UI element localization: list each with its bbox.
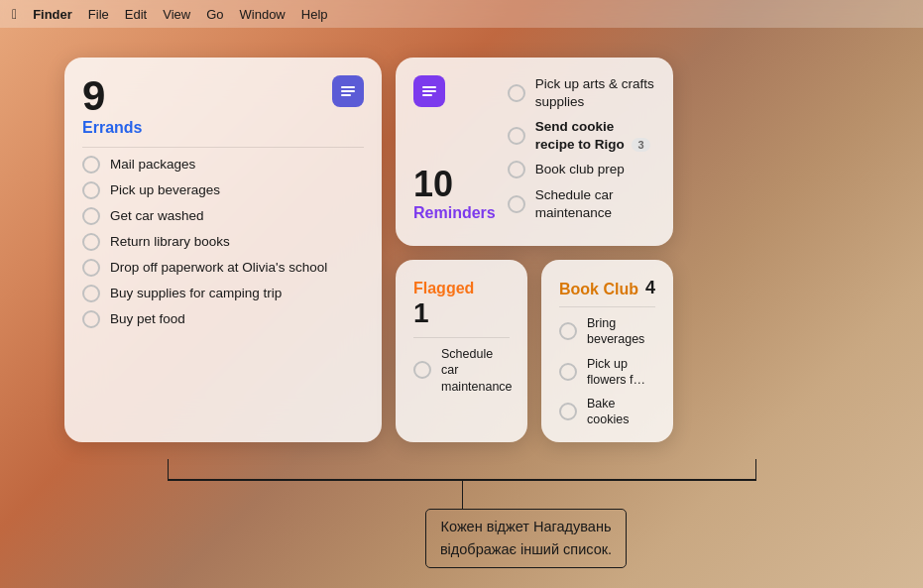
task-text: Book club prep (535, 161, 625, 178)
task-circle[interactable] (413, 361, 431, 379)
reminders-layout: 10 Reminders Pick up arts & crafts suppl… (413, 75, 655, 222)
annotation-pointer-line (462, 481, 464, 509)
annotation-callout: Кожен віджет Нагадувань відображає інший… (425, 509, 627, 568)
task-circle[interactable] (559, 403, 577, 420)
widgets-area: 9 Errands Mail packages Pick up beverage… (0, 28, 923, 442)
task-item: Bring beverages (559, 315, 655, 348)
reminders-left: 10 Reminders (413, 75, 496, 222)
bottom-widgets: Flagged 1 Schedule car maintenance (396, 260, 673, 442)
task-item: Schedule car maintenance (508, 186, 655, 221)
task-text: Bake cookies (587, 396, 655, 428)
task-text: Pick up flowers f… (587, 356, 655, 389)
flagged-header: Flagged 1 (413, 280, 510, 329)
bracket-right-vertical (755, 459, 757, 481)
menubar:  Finder File Edit View Go Window Help (0, 0, 923, 28)
task-circle[interactable] (508, 195, 525, 213)
bookclub-count: 4 (645, 278, 655, 298)
apple-menu-icon[interactable]:  (12, 6, 17, 22)
svg-rect-3 (422, 86, 436, 88)
flagged-task-list: Schedule car maintenance (413, 346, 510, 395)
task-item: Pick up beverages (82, 181, 364, 199)
reminders-list-icon (413, 75, 445, 107)
task-item: Buy supplies for camping trip (82, 285, 364, 302)
task-circle[interactable] (508, 127, 525, 145)
task-circle[interactable] (82, 156, 100, 174)
task-text: Buy supplies for camping trip (110, 285, 282, 302)
menubar-go[interactable]: Go (206, 7, 223, 22)
task-text: Send cookie recipe to Rigo 3 (535, 118, 655, 153)
annotation-line2: відображає інший список. (440, 541, 612, 557)
svg-rect-4 (422, 90, 436, 92)
task-text: Drop off paperwork at Olivia's school (110, 259, 327, 277)
task-circle[interactable] (559, 322, 577, 340)
task-item: Send cookie recipe to Rigo 3 (508, 118, 655, 153)
task-text: Schedule car maintenance (441, 346, 513, 395)
right-column: 10 Reminders Pick up arts & crafts suppl… (396, 58, 673, 442)
menubar-help[interactable]: Help (301, 7, 328, 22)
svg-rect-1 (341, 90, 355, 92)
bookclub-widget[interactable]: Book Club 4 Bring beverages Pick up flow… (541, 260, 673, 442)
svg-rect-5 (422, 94, 432, 96)
reminders-task-list: Pick up arts & crafts supplies Send cook… (508, 75, 655, 221)
errands-task-list: Mail packages Pick up beverages Get car … (82, 156, 364, 328)
errands-title: Errands (82, 119, 142, 137)
task-item: Pick up arts & crafts supplies (508, 75, 655, 110)
task-item: Pick up flowers f… (559, 356, 655, 389)
task-circle[interactable] (82, 181, 100, 199)
task-item: Drop off paperwork at Olivia's school (82, 259, 364, 277)
errands-count: 9 (82, 75, 142, 117)
bookclub-title: Book Club (559, 281, 638, 298)
task-circle[interactable] (559, 363, 577, 381)
annotation-pointer-wrapper (100, 481, 824, 509)
bookclub-task-list: Bring beverages Pick up flowers f… Bake … (559, 315, 655, 428)
reminders-count: 10 (413, 167, 496, 202)
menubar-edit[interactable]: Edit (125, 7, 147, 22)
task-text: Pick up beverages (110, 181, 220, 199)
task-text: Buy pet food (110, 310, 185, 328)
task-text: Schedule car maintenance (535, 186, 655, 221)
errands-widget[interactable]: 9 Errands Mail packages Pick up beverage… (64, 58, 382, 442)
flagged-widget[interactable]: Flagged 1 Schedule car maintenance (396, 260, 527, 442)
task-text: Get car washed (110, 207, 204, 225)
task-item: Return library books (82, 233, 364, 251)
task-circle[interactable] (82, 207, 100, 225)
task-text: Mail packages (110, 156, 195, 174)
task-text: Pick up arts & crafts supplies (535, 75, 655, 110)
task-item: Bake cookies (559, 396, 655, 428)
flagged-divider (413, 337, 510, 338)
reminders-widget[interactable]: 10 Reminders Pick up arts & crafts suppl… (396, 58, 673, 246)
task-item: Mail packages (82, 156, 364, 174)
task-text: Return library books (110, 233, 230, 251)
task-circle[interactable] (82, 310, 100, 328)
task-item: Book club prep (508, 161, 655, 178)
task-text: Bring beverages (587, 315, 655, 348)
bookclub-divider (559, 306, 655, 307)
flagged-count: 1 (413, 297, 429, 329)
task-circle[interactable] (82, 285, 100, 302)
task-badge: 3 (632, 138, 649, 152)
bookclub-header: Book Club 4 (559, 278, 655, 298)
task-circle[interactable] (508, 84, 525, 102)
task-item: Buy pet food (82, 310, 364, 328)
errands-list-icon (332, 75, 364, 107)
task-circle[interactable] (508, 161, 525, 178)
annotation-line1: Кожен віджет Нагадувань (441, 519, 612, 534)
reminders-title: Reminders (413, 204, 496, 222)
task-item: Schedule car maintenance (413, 346, 510, 395)
svg-rect-0 (341, 86, 355, 88)
errands-count-group: 9 Errands (82, 75, 142, 137)
menubar-window[interactable]: Window (240, 7, 286, 22)
task-circle[interactable] (82, 259, 100, 277)
menubar-finder[interactable]: Finder (33, 7, 72, 22)
bottom-annotation: Кожен віджет Нагадувань відображає інший… (0, 459, 923, 568)
reminders-right: Pick up arts & crafts supplies Send cook… (508, 75, 655, 222)
task-circle[interactable] (82, 233, 100, 251)
bracket-wrapper (100, 459, 824, 481)
task-item: Get car washed (82, 207, 364, 225)
bracket-left-vertical (168, 459, 170, 481)
bracket-horizontal (168, 479, 756, 481)
errands-header: 9 Errands (82, 75, 364, 137)
menubar-view[interactable]: View (163, 7, 190, 22)
menubar-file[interactable]: File (88, 7, 109, 22)
flagged-title: Flagged (413, 280, 510, 297)
